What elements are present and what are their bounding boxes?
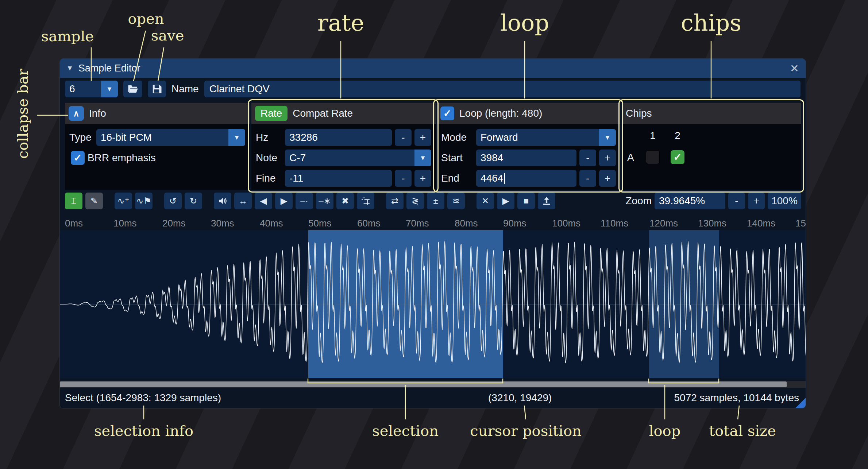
filter-button[interactable]: ≋ [447, 193, 465, 209]
start-value: 3984 [481, 152, 503, 164]
ruler-label: 30ms [211, 218, 234, 229]
ruler-label: 120ms [649, 218, 678, 229]
hz-value: 33286 [289, 132, 318, 143]
hz-plus-button[interactable]: + [414, 129, 431, 146]
zoom-field[interactable]: 39.9645% [655, 193, 725, 209]
ruler-label: 110ms [601, 218, 628, 229]
waveform-svg [60, 230, 806, 378]
folder-open-icon [127, 84, 138, 94]
trim-button[interactable] [357, 193, 374, 209]
chip-1-checkbox[interactable] [646, 150, 660, 164]
fade-in-button[interactable]: ◀ [255, 193, 272, 209]
waveform-view[interactable] [60, 230, 806, 378]
ruler-label: 10ms [113, 218, 137, 229]
chip-2-checkbox[interactable]: ✓ [671, 150, 684, 164]
rate-panel: Rate Compat Rate Hz 33286 - + Note C-7 ▼… [251, 103, 436, 190]
import-button[interactable] [538, 193, 555, 209]
hz-minus-button[interactable]: - [395, 129, 412, 146]
ruler-label: 70ms [406, 218, 429, 229]
undo-button[interactable]: ↺ [164, 193, 182, 209]
fade-out-button[interactable]: ▶ [275, 193, 293, 209]
close-icon[interactable]: ✕ [790, 62, 799, 75]
fine-field[interactable]: -11 [285, 170, 392, 187]
sample-toolbar: ⌶ ✎ ∿⁺ ∿⚑ ↺ ↻ ↔ ◀ ▶ ‒· ‒∗ ✖ ⇄ ≷ ± ≋ ✕ ▶ … [65, 192, 801, 210]
start-plus-button[interactable]: + [599, 150, 616, 166]
crossfade-button[interactable]: ✕ [477, 193, 494, 209]
chevron-down-icon: ▼ [599, 129, 616, 146]
apply-silence-button[interactable]: ‒∗ [316, 193, 333, 209]
crop-icon [361, 196, 370, 206]
rate-mode-button[interactable]: Rate [255, 106, 288, 121]
save-button[interactable] [148, 81, 166, 97]
scrollbar-thumb[interactable] [60, 381, 787, 387]
amplify-button[interactable] [214, 193, 231, 209]
loop-start-row: Start 3984 - + [441, 150, 616, 166]
chevron-down-icon: ▼ [414, 150, 431, 166]
loop-header: ✓ Loop (length: 480) [437, 103, 620, 124]
preview-button[interactable]: ▶ [497, 193, 514, 209]
ruler-label: 140ms [747, 218, 775, 229]
fine-plus-button[interactable]: + [414, 170, 431, 187]
time-ruler: 0ms 10ms 20ms 30ms 40ms 50ms 60ms 70ms 8… [60, 217, 806, 229]
collapse-bar-icon[interactable]: ∧ [69, 106, 84, 121]
draw-tool-button[interactable]: ✎ [85, 193, 103, 209]
zoom-reset-button[interactable]: 100% [768, 193, 801, 209]
delete-button[interactable]: ✖ [336, 193, 354, 209]
select-tool-button[interactable]: ⌶ [65, 193, 82, 209]
type-dropdown[interactable]: 16-bit PCM ▼ [96, 129, 245, 146]
zoom-in-button[interactable]: + [748, 193, 765, 209]
fine-minus-button[interactable]: - [395, 170, 412, 187]
zoom-out-button[interactable]: - [728, 193, 745, 209]
sample-index-dropdown[interactable]: 6 ▼ [65, 81, 118, 97]
resample-button[interactable]: ∿⚑ [135, 193, 153, 209]
status-bar: Select (1654-2983: 1329 samples) (3210, … [60, 390, 806, 407]
fine-label: Fine [256, 173, 282, 184]
end-minus-button[interactable]: - [579, 170, 596, 187]
chevron-down-icon: ▼ [228, 129, 245, 146]
insert-silence-button[interactable]: ‒· [296, 193, 313, 209]
open-button[interactable] [123, 81, 142, 97]
rate-header: Rate Compat Rate [251, 103, 436, 124]
loop-checkbox[interactable]: ✓ [440, 106, 454, 120]
window-collapse-icon[interactable]: ▼ [66, 64, 73, 72]
loop-end-row: End 4464 - + [441, 170, 616, 187]
ruler-label: 50ms [308, 218, 332, 229]
stop-button[interactable]: ■ [517, 193, 535, 209]
normalize-button[interactable]: ↔ [234, 193, 252, 209]
redo-button[interactable]: ↻ [185, 193, 202, 209]
chevron-down-icon: ▼ [101, 81, 118, 97]
ruler-label: 60ms [357, 218, 381, 229]
sign-button[interactable]: ± [427, 193, 444, 209]
mode-dropdown[interactable]: Forward ▼ [476, 129, 616, 146]
type-label: Type [69, 132, 93, 143]
loop-end-field[interactable]: 4464 [476, 170, 576, 187]
reverse-button[interactable]: ⇄ [386, 193, 404, 209]
zoom-value: 39.9645% [659, 195, 705, 207]
resize-button[interactable]: ∿⁺ [115, 193, 132, 209]
name-input[interactable] [204, 81, 801, 97]
waveform-scrollbar[interactable] [60, 381, 806, 388]
fine-row: Fine -11 - + [256, 170, 431, 187]
note-dropdown[interactable]: C-7 ▼ [285, 150, 431, 166]
ruler-label: 80ms [455, 218, 478, 229]
hz-row: Hz 33286 - + [256, 129, 431, 146]
invert-button[interactable]: ≷ [406, 193, 424, 209]
loop-start-field[interactable]: 3984 [476, 150, 576, 166]
sample-index-value: 6 [69, 83, 75, 95]
mode-value: Forward [481, 132, 518, 143]
info-title: Info [89, 108, 106, 119]
ruler-label: 20ms [162, 218, 186, 229]
start-minus-button[interactable]: - [579, 150, 596, 166]
end-plus-button[interactable]: + [599, 170, 616, 187]
speaker-icon [218, 196, 227, 206]
hz-field[interactable]: 33286 [285, 129, 392, 146]
end-label: End [441, 173, 473, 184]
hz-label: Hz [256, 132, 282, 143]
save-icon [151, 84, 162, 94]
chips-header: Chips [622, 103, 801, 124]
resize-grip[interactable] [795, 398, 806, 408]
fine-value: -11 [289, 173, 303, 184]
brr-checkbox[interactable]: ✓ [71, 151, 85, 165]
window-title: Sample Editor [78, 63, 140, 74]
chip-row-label: A [627, 152, 634, 163]
